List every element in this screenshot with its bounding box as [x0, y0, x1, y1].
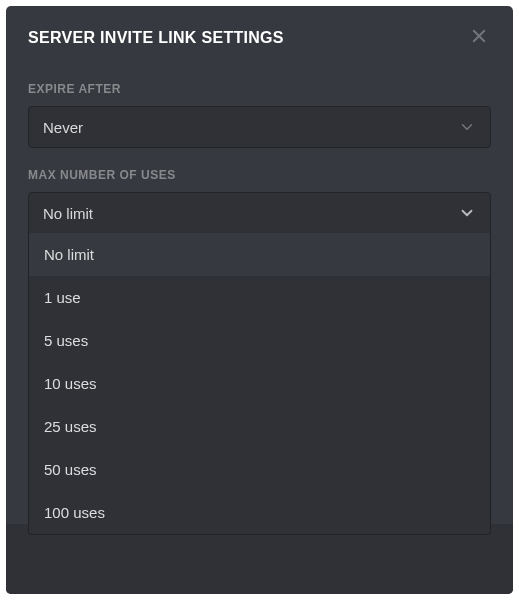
max-uses-dropdown: No limit 1 use 5 uses 10 uses 25 uses 50…	[28, 233, 491, 535]
close-button[interactable]	[467, 26, 491, 50]
expire-after-label: EXPIRE AFTER	[28, 82, 491, 96]
dropdown-option-10-uses[interactable]: 10 uses	[29, 362, 490, 405]
dropdown-option-25-uses[interactable]: 25 uses	[29, 405, 490, 448]
dropdown-option-50-uses[interactable]: 50 uses	[29, 448, 490, 491]
max-uses-select[interactable]: No limit No limit 1 use 5 uses 10 uses 2…	[28, 192, 491, 234]
close-icon	[470, 27, 488, 49]
dropdown-option-no-limit[interactable]: No limit	[29, 233, 490, 276]
expire-after-value: Never	[43, 119, 83, 136]
max-uses-field: MAX NUMBER OF USES No limit No limit 1 u…	[28, 168, 491, 234]
modal-title: SERVER INVITE LINK SETTINGS	[28, 29, 284, 47]
dropdown-option-1-use[interactable]: 1 use	[29, 276, 490, 319]
modal-header: SERVER INVITE LINK SETTINGS	[6, 6, 513, 68]
chevron-down-icon	[458, 204, 476, 222]
invite-settings-modal: SERVER INVITE LINK SETTINGS EXPIRE AFTER…	[6, 6, 513, 594]
dropdown-option-5-uses[interactable]: 5 uses	[29, 319, 490, 362]
expire-after-select[interactable]: Never	[28, 106, 491, 148]
dropdown-option-100-uses[interactable]: 100 uses	[29, 491, 490, 534]
modal-body: EXPIRE AFTER Never MAX NUMBER OF USES No…	[6, 68, 513, 234]
chevron-down-icon	[458, 118, 476, 136]
max-uses-label: MAX NUMBER OF USES	[28, 168, 491, 182]
max-uses-value: No limit	[43, 205, 93, 222]
expire-after-field: EXPIRE AFTER Never	[28, 82, 491, 148]
